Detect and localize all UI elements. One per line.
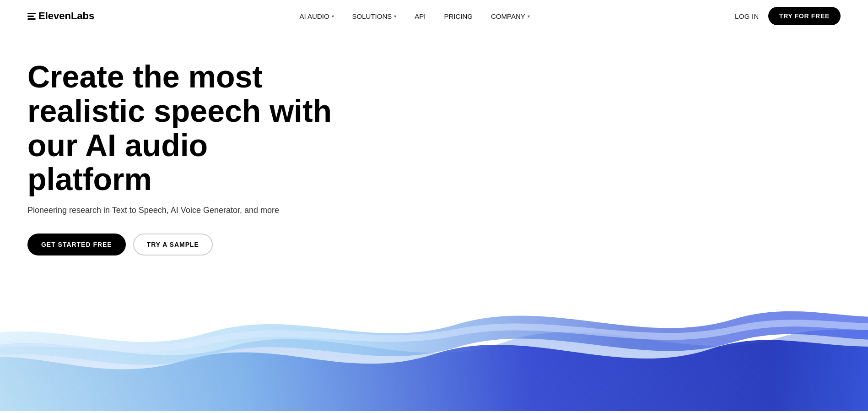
hero-buttons: GET STARTED FREE TRY A SAMPLE [27,234,841,255]
nav-item-ai-audio[interactable]: AI AUDIO ▾ [300,12,334,20]
tabs-section: TEXT TO SPEECH SPEECH TO SPEECH [0,411,868,413]
nav-item-pricing[interactable]: PRICING [444,12,473,20]
logo[interactable]: ElevenLabs [27,10,94,22]
nav-item-solutions[interactable]: SOLUTIONS ▾ [352,12,397,20]
try-sample-button[interactable]: TRY A SAMPLE [133,234,213,255]
nav-label-pricing: PRICING [444,12,473,20]
nav-label-ai-audio: AI AUDIO [300,12,329,20]
login-button[interactable]: LOG IN [735,12,759,20]
chevron-down-icon: ▾ [332,14,334,19]
nav-right: LOG IN TRY FOR FREE [735,7,841,25]
logo-text: ElevenLabs [38,10,94,22]
hero-title: Create the most realistic speech with ou… [27,60,339,196]
logo-bars-icon [27,13,36,20]
hero-section: Create the most realistic speech with ou… [0,32,868,255]
nav-item-api[interactable]: API [415,12,426,20]
nav-label-api: API [415,12,426,20]
chevron-down-icon: ▾ [528,14,530,19]
wave-visual [0,274,868,411]
nav-center: AI AUDIO ▾ SOLUTIONS ▾ API PRICING COMPA… [300,12,530,20]
chevron-down-icon: ▾ [394,14,396,19]
try-free-button[interactable]: TRY FOR FREE [768,7,841,25]
nav-label-solutions: SOLUTIONS [352,12,392,20]
nav-label-company: COMPANY [491,12,525,20]
hero-subtitle: Pioneering research in Text to Speech, A… [27,206,841,215]
get-started-button[interactable]: GET STARTED FREE [27,234,126,255]
navbar: ElevenLabs AI AUDIO ▾ SOLUTIONS ▾ API PR… [0,0,868,32]
nav-item-company[interactable]: COMPANY ▾ [491,12,530,20]
